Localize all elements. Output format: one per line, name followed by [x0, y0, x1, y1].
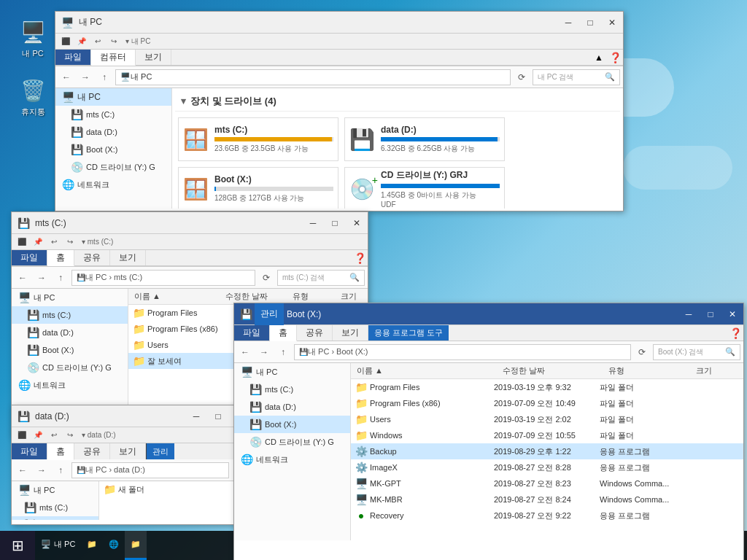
- ribbon-collapse-btn[interactable]: ▲: [591, 50, 607, 66]
- qat-undo[interactable]: ⬛: [58, 35, 73, 48]
- sidebar-data-d[interactable]: 💾data (D:): [12, 516, 98, 520]
- forward-btn-mypc[interactable]: →: [77, 69, 93, 85]
- tab-mgmt-data[interactable]: 관리: [146, 443, 174, 459]
- tab-apptool-boot[interactable]: 응용 프로그램 도구: [368, 325, 449, 341]
- sidebar-mypc-mypc[interactable]: 🖥️ 내 PC: [55, 88, 171, 106]
- up-btn-mypc[interactable]: ↑: [96, 69, 112, 85]
- maximize-btn-boot[interactable]: □: [700, 303, 721, 325]
- file-data-newfolder[interactable]: 📁새 폴더: [99, 481, 251, 497]
- tab-share-boot[interactable]: 공유: [297, 325, 333, 341]
- qat-mts-2[interactable]: 📌: [31, 236, 45, 249]
- col-date-mts[interactable]: 수정한 날짜: [220, 291, 287, 302]
- sidebar-boot-y[interactable]: 💿CD 드라이브 (Y:) G: [234, 433, 350, 451]
- file-boot-programfilesx86[interactable]: 📁 Program Files (x86) 2019-07-09 오전 10:4…: [351, 395, 743, 411]
- forward-btn-boot[interactable]: →: [256, 344, 272, 360]
- refresh-btn-mts[interactable]: ⟳: [258, 270, 274, 286]
- file-boot-backup[interactable]: ⚙️ Backup 2019-08-29 오후 1:22 응용 프로그램: [351, 443, 743, 459]
- drive-x[interactable]: 🪟 Boot (X:) 128GB 중 127GB 사용 가능: [178, 167, 338, 209]
- drive-d[interactable]: 💾 data (D:) 6.32GB 중 6.25GB 사용 가능: [344, 117, 505, 161]
- taskbar-item-ie[interactable]: 🌐: [103, 531, 125, 560]
- sidebar-mts-network[interactable]: 🌐네트워크: [12, 376, 128, 394]
- sidebar-mts-mypc[interactable]: 🖥️내 PC: [12, 289, 128, 306]
- tab-share-data[interactable]: 공유: [74, 443, 110, 459]
- col-size-mts[interactable]: 크기: [335, 291, 368, 302]
- drive-y[interactable]: 💿 + CD 드라이브 (Y:) GRJ 1.45GB 중 0바이트 사용 가능…: [344, 167, 505, 209]
- sidebar-mts-x[interactable]: 💾Boot (X:): [12, 341, 128, 359]
- close-btn-mts[interactable]: ✕: [346, 212, 368, 234]
- start-button[interactable]: ⊞: [0, 531, 35, 560]
- maximize-btn-data[interactable]: □: [207, 405, 229, 427]
- maximize-btn-mypc[interactable]: □: [579, 12, 601, 34]
- minimize-btn-data[interactable]: ─: [185, 405, 207, 427]
- drive-c[interactable]: 🪟 mts (C:) 23.6GB 중 23.5GB 사용 가능: [178, 117, 338, 161]
- tab-home-boot[interactable]: 홈: [270, 325, 297, 341]
- col-size-boot[interactable]: 크기: [690, 365, 734, 376]
- minimize-btn-mts[interactable]: ─: [302, 212, 324, 234]
- desktop-icon-recycle[interactable]: 🗑️ 휴지통: [7, 73, 58, 120]
- help-btn-mts[interactable]: ❓: [352, 250, 368, 266]
- qat-mts-4[interactable]: ↪: [63, 236, 77, 249]
- tab-file-mypc[interactable]: 파일: [55, 50, 91, 65]
- close-btn-boot[interactable]: ✕: [721, 303, 743, 325]
- back-btn-mypc[interactable]: ←: [58, 69, 74, 85]
- sidebar-boot-x[interactable]: 💾Boot (X:): [234, 416, 350, 433]
- file-boot-windows[interactable]: 📁 Windows 2019-07-09 오전 10:55 파일 폴더: [351, 427, 743, 443]
- col-type-mts[interactable]: 유형: [287, 291, 334, 302]
- file-boot-users[interactable]: 📁 Users 2019-03-19 오전 2:02 파일 폴더: [351, 411, 743, 427]
- tab-view-mts[interactable]: 보기: [110, 250, 146, 265]
- search-mypc[interactable]: 내 PC 검색 🔍: [533, 69, 620, 85]
- tab-computer-mypc[interactable]: 컴퓨터: [91, 50, 136, 66]
- sidebar-boot-network[interactable]: 🌐네트워크: [234, 451, 350, 468]
- col-type-boot[interactable]: 유형: [603, 365, 690, 376]
- qat-undo2[interactable]: ↩: [90, 35, 105, 48]
- back-btn-boot[interactable]: ←: [237, 344, 253, 360]
- taskbar-item-boot[interactable]: 📁: [125, 531, 147, 560]
- tab-file-data[interactable]: 파일: [12, 443, 47, 459]
- sidebar-mypc-y[interactable]: 💿 CD 드라이브 (Y:) G: [55, 158, 171, 176]
- up-btn-mts[interactable]: ↑: [53, 270, 69, 286]
- tab-view-boot[interactable]: 보기: [333, 325, 368, 341]
- file-boot-programfiles[interactable]: 📁 Program Files 2019-03-19 오후 9:32 파일 폴더: [351, 379, 743, 395]
- minimize-btn-boot[interactable]: ─: [678, 303, 700, 325]
- up-btn-boot[interactable]: ↑: [275, 344, 291, 360]
- sidebar-data-c[interactable]: 💾mts (C:): [12, 499, 98, 516]
- qat-redo[interactable]: ↪: [107, 35, 121, 48]
- col-date-boot[interactable]: 수정한 날짜: [497, 365, 603, 376]
- sidebar-mypc-network[interactable]: 🌐 네트워크: [55, 176, 171, 193]
- close-btn-mypc[interactable]: ✕: [601, 12, 623, 34]
- sidebar-mts-y[interactable]: 💿CD 드라이브 (Y:) G: [12, 359, 128, 376]
- sidebar-mypc-d[interactable]: 💾 data (D:): [55, 123, 171, 141]
- tab-home-data[interactable]: 홈: [47, 443, 74, 460]
- search-boot[interactable]: Boot (X:) 검색 🔍: [653, 344, 740, 360]
- back-btn-mts[interactable]: ←: [15, 270, 31, 286]
- tab-view-mypc[interactable]: 보기: [136, 50, 171, 65]
- minimize-btn-mypc[interactable]: ─: [557, 12, 579, 34]
- sidebar-mypc-c[interactable]: 💾 mts (C:): [55, 106, 171, 123]
- qat-mts-3[interactable]: ↩: [47, 236, 61, 249]
- file-boot-mkgpt[interactable]: 🖥️ MK-GPT 2019-08-27 오전 8:23 Windows Com…: [351, 475, 743, 491]
- tab-home-mts[interactable]: 홈: [47, 250, 74, 266]
- sidebar-mypc-x[interactable]: 💾 Boot (X:): [55, 141, 171, 158]
- sidebar-boot-mypc[interactable]: 🖥️내 PC: [234, 363, 350, 381]
- qat-mts-1[interactable]: ⬛: [15, 236, 29, 249]
- taskbar-item-mypc[interactable]: 🖥️ 내 PC: [35, 531, 81, 560]
- address-input-mypc[interactable]: 🖥️내 PC: [115, 69, 511, 85]
- tab-file-mts[interactable]: 파일: [12, 250, 47, 265]
- help-btn-boot[interactable]: ❓: [727, 325, 743, 341]
- sidebar-data-mypc[interactable]: 🖥️내 PC: [12, 481, 98, 499]
- qat-pin[interactable]: 📌: [74, 35, 89, 48]
- file-boot-recovery[interactable]: ● Recovery 2019-08-27 오전 9:22 응용 프로그램: [351, 508, 743, 524]
- search-mts[interactable]: mts (C:) 검색 🔍: [277, 270, 365, 286]
- sidebar-mts-d[interactable]: 💾data (D:): [12, 324, 128, 341]
- help-btn-mypc[interactable]: ❓: [607, 50, 623, 66]
- address-input-boot[interactable]: 💾 내 PC › Boot (X:): [294, 344, 631, 360]
- desktop-icon-mypc[interactable]: 🖥️ 내 PC: [7, 15, 58, 62]
- sidebar-boot-c[interactable]: 💾mts (C:): [234, 381, 350, 398]
- tab-file-boot[interactable]: 파일: [234, 325, 270, 341]
- forward-btn-mts[interactable]: →: [34, 270, 50, 286]
- col-name-boot[interactable]: 이름 ▲: [351, 365, 497, 376]
- file-boot-imagex[interactable]: ⚙️ ImageX 2019-08-27 오전 8:28 응용 프로그램: [351, 459, 743, 475]
- taskbar-item-explorer[interactable]: 📁: [81, 531, 103, 560]
- tab-view-data[interactable]: 보기: [110, 443, 146, 459]
- address-input-data[interactable]: 💾 내 PC › data (D:): [71, 462, 229, 478]
